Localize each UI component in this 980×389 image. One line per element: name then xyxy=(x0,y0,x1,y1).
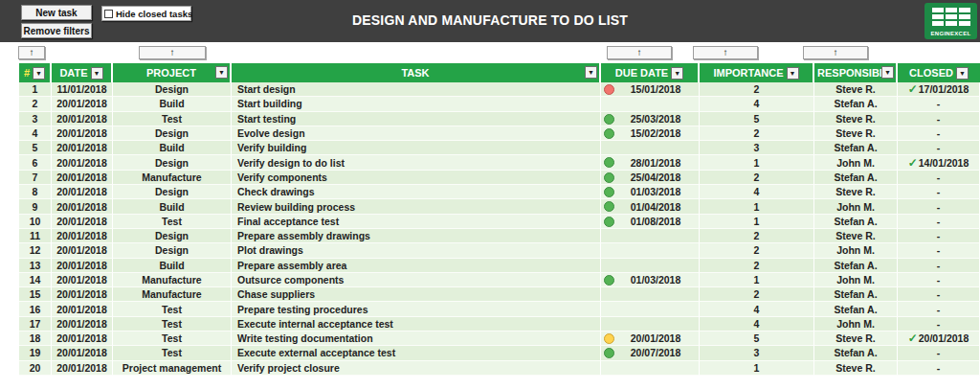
cell-date[interactable]: 20/01/2018 xyxy=(52,185,113,199)
cell-task[interactable]: Start testing xyxy=(232,112,601,126)
cell-importance[interactable]: 3 xyxy=(700,141,814,155)
cell-row-number[interactable]: 9 xyxy=(19,199,52,214)
cell-responsible[interactable]: Stefan A. xyxy=(814,302,898,316)
cell-closed[interactable]: - xyxy=(898,141,980,155)
cell-row-number[interactable]: 18 xyxy=(19,332,52,346)
cell-project[interactable]: Design xyxy=(113,82,232,97)
cell-due-date[interactable] xyxy=(601,302,700,316)
cell-project[interactable]: Manufacture xyxy=(113,273,232,287)
cell-importance[interactable]: 1 xyxy=(700,215,814,229)
cell-responsible[interactable]: Stefan A. xyxy=(814,287,898,302)
cell-project[interactable]: Build xyxy=(113,97,232,111)
cell-due-date[interactable]: 28/01/2018 xyxy=(601,155,700,170)
cell-row-number[interactable]: 16 xyxy=(19,302,52,316)
sort-button-date[interactable]: ↑ xyxy=(18,46,45,59)
cell-due-date[interactable] xyxy=(601,361,700,376)
sort-button-importance[interactable]: ↑ xyxy=(693,46,758,59)
cell-closed[interactable]: - xyxy=(898,171,980,185)
cell-date[interactable]: 20/01/2018 xyxy=(52,155,113,170)
cell-task[interactable]: Execute external acceptance test xyxy=(232,346,601,360)
cell-task[interactable]: Check drawings xyxy=(232,185,601,199)
cell-due-date[interactable] xyxy=(601,97,700,111)
cell-closed[interactable]: - xyxy=(898,229,980,243)
cell-due-date[interactable] xyxy=(601,317,700,332)
cell-importance[interactable]: 5 xyxy=(700,112,814,126)
cell-date[interactable]: 20/01/2018 xyxy=(52,302,113,316)
cell-row-number[interactable]: 1 xyxy=(19,82,52,97)
cell-project[interactable]: Manufacture xyxy=(113,171,232,185)
cell-task[interactable]: Verify building xyxy=(232,141,601,155)
cell-project[interactable]: Test xyxy=(113,332,232,346)
cell-due-date[interactable]: 25/03/2018 xyxy=(601,112,700,126)
cell-due-date[interactable] xyxy=(601,287,700,302)
cell-task[interactable]: Prepare testing procedures xyxy=(232,302,601,316)
cell-task[interactable]: Prepare assembly area xyxy=(232,259,601,273)
cell-row-number[interactable]: 19 xyxy=(19,346,52,360)
cell-responsible[interactable]: John M. xyxy=(814,243,898,258)
cell-due-date[interactable] xyxy=(601,141,700,155)
cell-responsible[interactable]: Stefan A. xyxy=(814,171,898,185)
cell-importance[interactable]: 2 xyxy=(700,126,814,141)
filter-button-date[interactable]: ▼ xyxy=(91,67,103,80)
filter-button-task[interactable]: ▼ xyxy=(585,66,597,79)
new-task-button[interactable]: New task xyxy=(21,5,92,20)
cell-row-number[interactable]: 3 xyxy=(19,112,52,126)
cell-closed[interactable]: - xyxy=(898,317,980,332)
cell-importance[interactable]: 2 xyxy=(700,82,814,97)
cell-importance[interactable]: 5 xyxy=(700,332,814,346)
cell-closed[interactable]: ✓ 14/01/2018 xyxy=(898,155,980,170)
cell-row-number[interactable]: 2 xyxy=(19,97,52,111)
cell-closed[interactable]: - xyxy=(898,302,980,316)
cell-date[interactable]: 11/01/2018 xyxy=(52,82,113,97)
cell-date[interactable]: 20/01/2018 xyxy=(52,243,113,258)
cell-responsible[interactable]: Steve R. xyxy=(814,82,898,97)
cell-task[interactable]: Chase suppliers xyxy=(232,287,601,302)
cell-project[interactable]: Design xyxy=(113,155,232,170)
cell-responsible[interactable]: John M. xyxy=(814,273,898,287)
cell-importance[interactable]: 4 xyxy=(700,185,814,199)
remove-filters-button[interactable]: Remove filters xyxy=(21,23,92,38)
cell-task[interactable]: Start design xyxy=(232,82,601,97)
cell-row-number[interactable]: 11 xyxy=(19,229,52,243)
cell-row-number[interactable]: 4 xyxy=(19,126,52,141)
cell-responsible[interactable]: Stefan A. xyxy=(814,259,898,273)
cell-importance[interactable]: 2 xyxy=(700,259,814,273)
cell-date[interactable]: 20/01/2018 xyxy=(52,141,113,155)
cell-due-date[interactable]: 25/04/2018 xyxy=(601,171,700,185)
cell-project[interactable]: Design xyxy=(113,229,232,243)
cell-date[interactable]: 20/01/2018 xyxy=(52,112,113,126)
cell-responsible[interactable]: John M. xyxy=(814,199,898,214)
filter-button-responsible[interactable]: ▼ xyxy=(881,66,894,79)
cell-due-date[interactable] xyxy=(601,243,700,258)
cell-importance[interactable]: 2 xyxy=(700,243,814,258)
filter-button-closed[interactable]: ▼ xyxy=(956,67,969,80)
cell-responsible[interactable]: John M. xyxy=(814,155,898,170)
cell-task[interactable]: Final acceptance test xyxy=(232,215,601,229)
cell-importance[interactable]: 2 xyxy=(700,287,814,302)
cell-date[interactable]: 20/01/2018 xyxy=(52,361,113,376)
cell-project[interactable]: Project management xyxy=(113,361,232,376)
cell-project[interactable]: Test xyxy=(113,112,232,126)
cell-row-number[interactable]: 15 xyxy=(19,287,52,302)
cell-closed[interactable]: - xyxy=(898,112,980,126)
cell-project[interactable]: Manufacture xyxy=(113,287,232,302)
cell-responsible[interactable]: Stefan A. xyxy=(814,97,898,111)
cell-date[interactable]: 20/01/2018 xyxy=(52,259,113,273)
cell-task[interactable]: Prepare assembly drawings xyxy=(232,229,601,243)
hide-closed-checkbox[interactable] xyxy=(104,10,113,18)
cell-importance[interactable]: 1 xyxy=(700,273,814,287)
cell-task[interactable]: Verify design to do list xyxy=(232,155,601,170)
cell-date[interactable]: 20/01/2018 xyxy=(52,199,113,214)
cell-responsible[interactable]: Stefan A. xyxy=(814,346,898,360)
cell-task[interactable]: Outsurce components xyxy=(232,273,601,287)
cell-responsible[interactable]: Stefan A. xyxy=(814,141,898,155)
cell-row-number[interactable]: 8 xyxy=(19,185,52,199)
cell-row-number[interactable]: 10 xyxy=(19,215,52,229)
cell-project[interactable]: Build xyxy=(113,259,232,273)
cell-due-date[interactable]: 20/01/2018 xyxy=(601,332,700,346)
cell-task[interactable]: Verify components xyxy=(232,171,601,185)
cell-responsible[interactable]: Steve R. xyxy=(814,229,898,243)
cell-responsible[interactable]: Steve R. xyxy=(814,112,898,126)
cell-project[interactable]: Design xyxy=(113,126,232,141)
cell-closed[interactable]: - xyxy=(898,273,980,287)
